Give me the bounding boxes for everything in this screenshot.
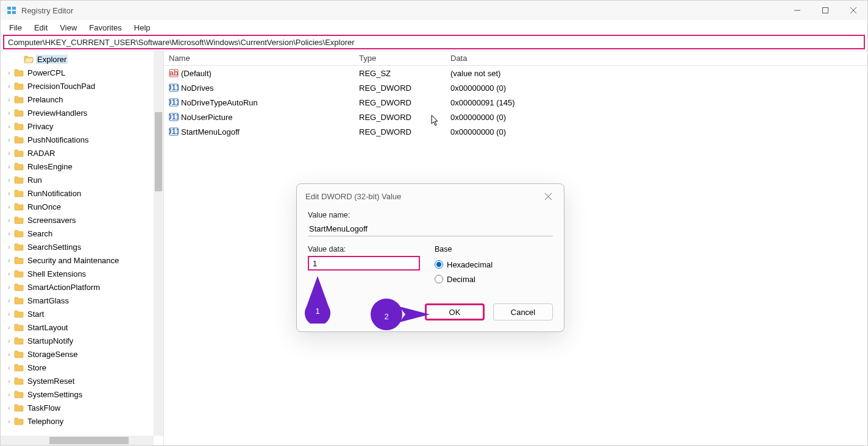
dialog-close-button[interactable] xyxy=(541,189,555,204)
tree-item-shell-extensions[interactable]: ›Shell Extensions xyxy=(1,267,163,280)
chevron-right-icon[interactable]: › xyxy=(5,136,13,143)
folder-icon xyxy=(14,108,24,117)
dialog-titlebar[interactable]: Edit DWORD (32-bit) Value xyxy=(297,184,564,208)
radio-hexadecimal-input[interactable] xyxy=(435,260,443,269)
tree-item-startlayout[interactable]: ›StartLayout xyxy=(1,320,163,334)
list-header: Name Type Data xyxy=(164,51,867,66)
tree-item-precisiontouchpad[interactable]: ›PrecisionTouchPad xyxy=(1,79,163,93)
tree-item-powercpl[interactable]: ›PowerCPL xyxy=(1,66,163,79)
chevron-right-icon[interactable]: › xyxy=(5,337,13,344)
chevron-right-icon[interactable]: › xyxy=(5,230,13,237)
registry-value-row[interactable]: 011NoUserPictureREG_DWORD0x00000000 (0) xyxy=(164,110,867,124)
tree-item-label: RulesEngine xyxy=(26,162,74,171)
tree-item-label: SystemSettings xyxy=(26,390,84,399)
chevron-right-icon[interactable]: › xyxy=(5,216,13,224)
radio-hexadecimal[interactable]: Hexadecimal xyxy=(435,257,553,272)
ok-button[interactable]: OK xyxy=(425,303,485,320)
column-name[interactable]: Name xyxy=(164,51,354,65)
chevron-right-icon[interactable]: › xyxy=(5,82,13,90)
tree-item-search[interactable]: ›Search xyxy=(1,227,163,240)
registry-value-row[interactable]: ab(Default)REG_SZ(value not set) xyxy=(164,66,867,80)
tree-item-label: SmartGlass xyxy=(26,296,70,305)
chevron-right-icon[interactable]: › xyxy=(5,391,13,398)
chevron-right-icon[interactable]: › xyxy=(5,203,13,210)
chevron-right-icon[interactable]: › xyxy=(5,149,13,157)
chevron-right-icon[interactable]: › xyxy=(5,243,13,250)
edit-dword-dialog: Edit DWORD (32-bit) Value Value name: Va… xyxy=(296,183,564,332)
tree-item-runonce[interactable]: ›RunOnce xyxy=(1,200,163,213)
chevron-right-icon[interactable]: › xyxy=(5,189,13,197)
tree-item-searchsettings[interactable]: ›SearchSettings xyxy=(1,240,163,253)
column-type[interactable]: Type xyxy=(354,51,446,65)
tree-item-previewhandlers[interactable]: ›PreviewHandlers xyxy=(1,106,163,119)
registry-value-row[interactable]: 011NoDrivesREG_DWORD0x00000000 (0) xyxy=(164,80,867,95)
minimize-button[interactable] xyxy=(783,1,811,20)
menu-view[interactable]: View xyxy=(54,22,83,34)
value-data-field[interactable] xyxy=(308,256,420,271)
chevron-right-icon[interactable]: › xyxy=(5,283,13,291)
tree-item-smartglass[interactable]: ›SmartGlass xyxy=(1,294,163,307)
chevron-right-icon[interactable]: › xyxy=(5,96,13,103)
svg-rect-1 xyxy=(12,7,16,10)
chevron-right-icon[interactable]: › xyxy=(5,364,13,371)
tree-item-taskflow[interactable]: ›TaskFlow xyxy=(1,401,163,414)
tree-item-systemsettings[interactable]: ›SystemSettings xyxy=(1,388,163,401)
tree-item-radar[interactable]: ›RADAR xyxy=(1,146,163,160)
chevron-right-icon[interactable]: › xyxy=(5,69,13,76)
value-name-field[interactable] xyxy=(308,222,553,236)
registry-value-row[interactable]: 011NoDriveTypeAutoRunREG_DWORD0x00000091… xyxy=(164,95,867,110)
tree-item-telephony[interactable]: ›Telephony xyxy=(1,414,163,428)
close-button[interactable] xyxy=(839,1,867,20)
tree-item-pushnotifications[interactable]: ›PushNotifications xyxy=(1,133,163,146)
svg-rect-5 xyxy=(823,8,828,13)
tree-item-systemreset[interactable]: ›SystemReset xyxy=(1,374,163,388)
chevron-right-icon[interactable]: › xyxy=(5,297,13,304)
menu-edit[interactable]: Edit xyxy=(28,22,54,34)
chevron-right-icon[interactable] xyxy=(15,55,23,63)
folder-icon xyxy=(14,162,24,171)
chevron-right-icon[interactable]: › xyxy=(5,350,13,358)
tree-item-store[interactable]: ›Store xyxy=(1,361,163,374)
tree-item-screensavers[interactable]: ›Screensavers xyxy=(1,213,163,227)
chevron-right-icon[interactable]: › xyxy=(5,122,13,130)
menu-favorites[interactable]: Favorites xyxy=(83,22,127,34)
tree-item-security-and-maintenance[interactable]: ›Security and Maintenance xyxy=(1,253,163,267)
folder-icon xyxy=(14,229,24,238)
tree-item-startupnotify[interactable]: ›StartupNotify xyxy=(1,334,163,347)
tree-scrollbar-vertical[interactable] xyxy=(154,51,163,436)
tree-scrollbar-thumb-vertical[interactable] xyxy=(155,112,162,191)
menu-file[interactable]: File xyxy=(3,22,28,34)
tree-item-explorer[interactable]: Explorer xyxy=(1,52,163,66)
chevron-right-icon[interactable]: › xyxy=(5,163,13,170)
chevron-right-icon[interactable]: › xyxy=(5,270,13,277)
menu-help[interactable]: Help xyxy=(128,22,157,34)
address-bar[interactable]: Computer\HKEY_CURRENT_USER\Software\Micr… xyxy=(3,35,865,49)
chevron-right-icon[interactable]: › xyxy=(5,404,13,411)
tree-item-prelaunch[interactable]: ›Prelaunch xyxy=(1,93,163,106)
cancel-button[interactable]: Cancel xyxy=(493,303,553,320)
folder-icon xyxy=(24,55,34,63)
chevron-right-icon[interactable]: › xyxy=(5,310,13,317)
tree-scrollbar-thumb-horizontal[interactable] xyxy=(49,437,129,444)
radio-decimal-input[interactable] xyxy=(435,275,443,283)
tree-item-start[interactable]: ›Start xyxy=(1,307,163,320)
tree-scrollbar-horizontal[interactable] xyxy=(1,436,154,445)
tree-item-rulesengine[interactable]: ›RulesEngine xyxy=(1,160,163,173)
maximize-button[interactable] xyxy=(811,1,839,20)
chevron-right-icon[interactable]: › xyxy=(5,377,13,384)
column-data[interactable]: Data xyxy=(446,51,867,65)
chevron-right-icon[interactable]: › xyxy=(5,257,13,264)
tree-item-run[interactable]: ›Run xyxy=(1,173,163,186)
chevron-right-icon[interactable]: › xyxy=(5,176,13,183)
tree-panel[interactable]: Explorer›PowerCPL›PrecisionTouchPad›Prel… xyxy=(1,51,164,445)
radio-decimal[interactable]: Decimal xyxy=(435,272,553,286)
tree-item-smartactionplatform[interactable]: ›SmartActionPlatform xyxy=(1,280,163,294)
tree-item-privacy[interactable]: ›Privacy xyxy=(1,119,163,133)
tree-item-runnotification[interactable]: ›RunNotification xyxy=(1,186,163,200)
folder-icon xyxy=(14,242,24,251)
chevron-right-icon[interactable]: › xyxy=(5,324,13,331)
chevron-right-icon[interactable]: › xyxy=(5,417,13,425)
registry-value-row[interactable]: 011StartMenuLogoffREG_DWORD0x00000000 (0… xyxy=(164,124,867,139)
chevron-right-icon[interactable]: › xyxy=(5,109,13,116)
tree-item-storagesense[interactable]: ›StorageSense xyxy=(1,347,163,361)
